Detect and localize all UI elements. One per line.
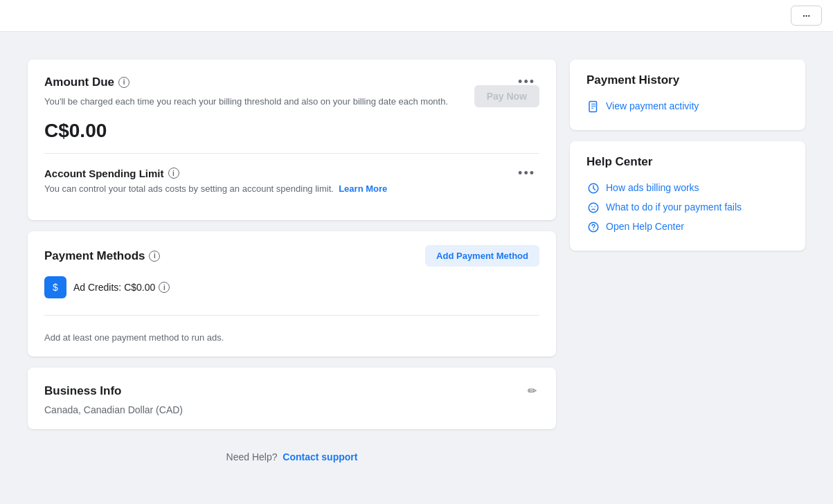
divider-1 [44,153,539,154]
spending-limit-title: Account Spending Limit i [44,168,179,179]
amount-due-info-icon[interactable]: i [118,77,129,88]
payment-fails-link[interactable]: What to do if your payment fails [586,198,789,217]
top-bar-button[interactable]: ··· [791,6,822,26]
payment-methods-card: Payment Methods i Add Payment Method $ A… [28,231,556,357]
ad-credits-icon-symbol: $ [53,282,58,293]
svg-point-9 [593,229,594,231]
business-info-title: Business Info [44,384,121,398]
amount-due-label: Amount Due [44,75,114,89]
help-center-card: Help Center How ads billing works [570,141,805,251]
payment-methods-label: Payment Methods [44,249,145,263]
payment-methods-title: Payment Methods i [44,249,160,263]
footer-help: Need Help? Contact support [28,440,556,468]
svg-point-7 [595,206,596,208]
spending-limit-header: Account Spending Limit i ••• [44,165,539,182]
ad-credits-icon: $ [44,276,66,298]
svg-point-6 [591,206,593,208]
payment-receipt-icon [586,100,600,114]
payment-history-title: Payment History [586,73,789,87]
business-info-edit-button[interactable]: ✏ [525,381,539,400]
open-help-center-link[interactable]: Open Help Center [586,217,789,237]
help-center-title: Help Center [586,155,789,169]
payment-fails-label: What to do if your payment fails [606,201,742,215]
business-info-label: Business Info [44,384,121,398]
spending-limit-info-icon[interactable]: i [168,168,179,179]
contact-support-link[interactable]: Contact support [283,451,357,462]
svg-rect-0 [589,102,597,112]
add-payment-method-button[interactable]: Add Payment Method [425,245,539,267]
top-bar: ··· [0,0,833,32]
svg-point-5 [589,203,598,213]
divider-2 [44,315,539,316]
view-payment-activity-label: View payment activity [606,100,699,114]
spending-limit-description: You can control your total ads costs by … [44,182,539,196]
amount-row: C$0.00 Pay Now [44,120,539,142]
ad-credits-info-icon[interactable]: i [159,282,170,293]
payment-methods-header: Payment Methods i Add Payment Method [44,245,539,267]
ad-credits-label: Ad Credits: C$0.00 i [73,282,170,293]
ad-credits-item: $ Ad Credits: C$0.00 i [44,271,539,304]
sad-face-icon [586,201,600,215]
amount-value: C$0.00 [44,120,107,141]
business-info-value: Canada, Canadian Dollar (CAD) [44,404,539,415]
page-wrapper: Amount Due i ••• You'll be charged each … [0,32,833,496]
spending-limit-label: Account Spending Limit [44,168,164,179]
how-ads-billing-link[interactable]: How ads billing works [586,179,789,198]
open-help-center-label: Open Help Center [606,220,684,234]
amount-due-more-options[interactable]: ••• [514,73,539,91]
business-info-card: Business Info ✏ Canada, Canadian Dollar … [28,368,556,429]
clock-icon [586,181,600,195]
learn-more-link[interactable]: Learn More [339,183,387,194]
spending-limit-more-options[interactable]: ••• [514,165,539,182]
question-mark-icon [586,220,600,234]
how-ads-billing-label: How ads billing works [606,181,699,195]
view-payment-activity-link[interactable]: View payment activity [586,97,789,116]
amount-due-header: Amount Due i ••• [44,73,539,91]
left-column: Amount Due i ••• You'll be charged each … [28,60,556,468]
business-info-header: Business Info ✏ [44,381,539,400]
amount-due-card: Amount Due i ••• You'll be charged each … [28,60,556,220]
right-column: Payment History View payment activity He… [570,60,805,468]
need-help-text: Need Help? [226,451,278,462]
no-payment-notice: Add at least one payment method to run a… [44,327,539,343]
payment-history-card: Payment History View payment activity [570,60,805,130]
amount-due-description: You'll be charged each time you reach yo… [44,95,539,109]
payment-methods-info-icon[interactable]: i [149,251,160,262]
amount-due-title: Amount Due i [44,75,129,89]
